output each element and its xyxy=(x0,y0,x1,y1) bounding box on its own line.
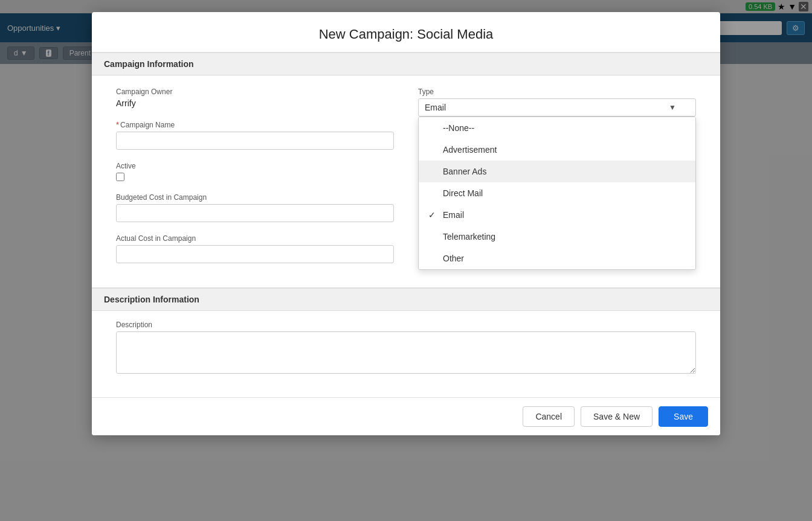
direct-mail-label: Direct Mail xyxy=(443,188,483,198)
description-info-label: Description Information xyxy=(104,295,199,304)
budgeted-cost-field: Budgeted Cost in Campaign xyxy=(116,193,394,222)
actual-cost-label: Actual Cost in Campaign xyxy=(116,234,394,243)
campaign-info-label: Campaign Information xyxy=(104,59,194,69)
type-dropdown-menu: --None-- Advertisement Banner Ads D xyxy=(418,117,696,270)
campaign-info-section-header: Campaign Information xyxy=(92,53,720,75)
cancel-button[interactable]: Cancel xyxy=(523,406,575,427)
active-field: Active xyxy=(116,162,394,181)
dropdown-option-telemarketing[interactable]: Telemarketing xyxy=(419,226,695,248)
form-right-col: Type Email ▼ --None-- xyxy=(418,88,696,275)
modal-title: New Campaign: Social Media xyxy=(104,27,708,42)
type-label: Type xyxy=(418,88,696,96)
description-info-section-header: Description Information xyxy=(92,288,720,311)
form-left-col: Campaign Owner Arrify * Campaign Name Ac… xyxy=(116,88,394,275)
description-label: Description xyxy=(116,321,696,329)
campaign-modal: New Campaign: Social Media Campaign Info… xyxy=(92,12,720,435)
dropdown-option-direct-mail[interactable]: Direct Mail xyxy=(419,182,695,204)
budgeted-cost-input[interactable] xyxy=(116,204,394,222)
banner-ads-label: Banner Ads xyxy=(443,167,486,176)
dropdown-option-none[interactable]: --None-- xyxy=(419,117,695,139)
email-label: Email xyxy=(443,210,464,220)
telemarketing-label: Telemarketing xyxy=(443,232,495,241)
advertisement-label: Advertisement xyxy=(443,145,497,155)
type-dropdown-wrapper: Email ▼ --None-- Advertisement xyxy=(418,98,696,117)
required-asterisk: * xyxy=(116,120,119,129)
campaign-name-input[interactable] xyxy=(116,132,394,150)
campaign-info-form: Campaign Owner Arrify * Campaign Name Ac… xyxy=(92,75,720,287)
actual-cost-field: Actual Cost in Campaign xyxy=(116,234,394,263)
email-checkmark: ✓ xyxy=(428,210,438,220)
description-field: Description xyxy=(116,321,696,376)
dropdown-option-other[interactable]: Other xyxy=(419,248,695,269)
campaign-owner-label: Campaign Owner xyxy=(116,88,394,96)
active-checkbox-wrapper xyxy=(116,173,394,181)
actual-cost-input[interactable] xyxy=(116,245,394,263)
save-button[interactable]: Save xyxy=(659,406,708,427)
type-dropdown-arrow-icon: ▼ xyxy=(669,103,676,112)
dropdown-option-email[interactable]: ✓ Email xyxy=(419,204,695,226)
type-selected-value: Email xyxy=(425,103,446,112)
description-textarea[interactable] xyxy=(116,331,696,374)
other-label: Other xyxy=(443,254,464,263)
campaign-name-field: * Campaign Name xyxy=(116,120,394,150)
dropdown-option-banner-ads[interactable]: Banner Ads xyxy=(419,161,695,182)
none-label: --None-- xyxy=(443,123,474,133)
save-new-button[interactable]: Save & New xyxy=(581,406,652,427)
type-field: Type Email ▼ --None-- xyxy=(418,88,696,117)
description-form-body: Description xyxy=(92,311,720,397)
active-checkbox[interactable] xyxy=(116,173,124,181)
type-select-display[interactable]: Email ▼ xyxy=(418,98,696,117)
modal-footer: Cancel Save & New Save xyxy=(92,397,720,435)
campaign-name-label: * Campaign Name xyxy=(116,120,394,129)
description-section: Description Information Description xyxy=(92,287,720,397)
dropdown-option-advertisement[interactable]: Advertisement xyxy=(419,139,695,161)
budgeted-cost-label: Budgeted Cost in Campaign xyxy=(116,193,394,202)
campaign-owner-field: Campaign Owner Arrify xyxy=(116,88,394,108)
campaign-owner-value: Arrify xyxy=(116,98,394,108)
modal-header: New Campaign: Social Media xyxy=(92,12,720,53)
active-label: Active xyxy=(116,162,394,170)
